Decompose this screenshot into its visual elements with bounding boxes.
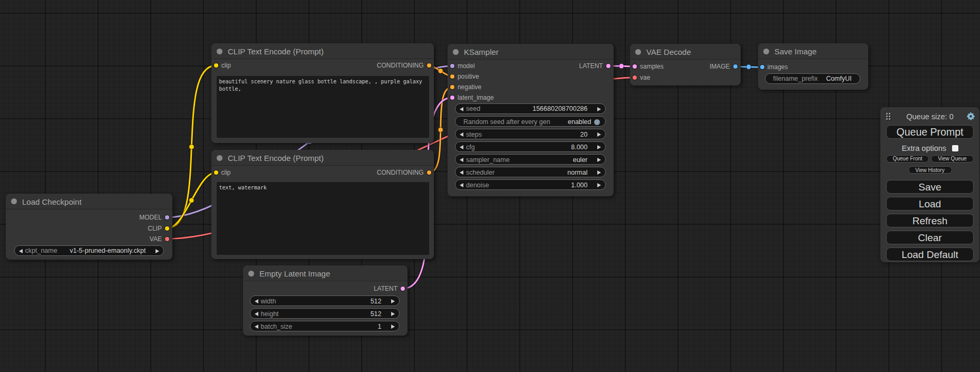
node-collapse-dot-icon[interactable] xyxy=(217,155,222,161)
increment-arrow-icon[interactable] xyxy=(597,132,601,137)
node-collapse-dot-icon[interactable] xyxy=(217,49,222,54)
node-title-bar[interactable]: Load Checkpoint xyxy=(6,194,172,209)
widget-toggle[interactable]: Random seed after every genenabled xyxy=(455,116,606,127)
widget-value[interactable]: normal xyxy=(567,169,587,176)
increment-arrow-icon[interactable] xyxy=(597,158,601,162)
node-collapse-dot-icon[interactable] xyxy=(453,49,459,55)
node-ksampler[interactable]: KSamplermodelpositivenegativelatent_imag… xyxy=(448,44,614,196)
queue-front-button[interactable]: Queue Front xyxy=(886,155,929,163)
input-port-images[interactable] xyxy=(760,65,764,69)
widget-number[interactable]: width512 xyxy=(250,295,400,306)
widget-number[interactable]: batch_size1 xyxy=(250,321,400,331)
widget-value[interactable]: 1.000 xyxy=(571,182,587,189)
decrement-arrow-icon[interactable] xyxy=(255,299,258,303)
node-title-bar[interactable]: Empty Latent Image xyxy=(243,265,407,281)
node-collapse-dot-icon[interactable] xyxy=(248,271,254,276)
increment-arrow-icon[interactable] xyxy=(391,312,395,316)
widget-number[interactable]: steps20 xyxy=(455,129,606,139)
output-port-CLIP[interactable] xyxy=(165,226,169,231)
input-port-vae[interactable] xyxy=(633,75,637,80)
node-title-bar[interactable]: VAE Decode xyxy=(630,44,741,60)
widget-value[interactable]: 512 xyxy=(371,310,382,318)
extra-options-checkbox[interactable] xyxy=(952,145,958,151)
view-queue-button[interactable]: View Queue xyxy=(931,155,974,163)
output-port-LATENT[interactable] xyxy=(606,64,610,68)
load-default-button[interactable]: Load Default xyxy=(886,247,974,261)
widget-value[interactable]: 20 xyxy=(580,131,588,138)
decrement-arrow-icon[interactable] xyxy=(19,249,23,253)
input-label: clip xyxy=(221,61,231,70)
increment-arrow-icon[interactable] xyxy=(597,145,601,149)
output-port-CONDITIONING[interactable] xyxy=(427,63,431,68)
input-port-clip[interactable] xyxy=(214,63,218,68)
widget-text[interactable]: filename_prefixComfyUI xyxy=(765,73,860,84)
output-port-CONDITIONING[interactable] xyxy=(427,170,431,175)
output-port-VAE[interactable] xyxy=(165,237,169,241)
node-clip-text-encode-negative[interactable]: CLIP Text Encode (Prompt)clipCONDITIONIN… xyxy=(211,150,434,259)
widget-value[interactable]: 1 xyxy=(378,323,382,330)
refresh-button[interactable]: Refresh xyxy=(886,214,974,227)
node-title-bar[interactable]: CLIP Text Encode (Prompt) xyxy=(211,150,434,166)
widget-number[interactable]: denoise1.000 xyxy=(455,179,606,190)
widget-value[interactable]: euler xyxy=(573,156,588,164)
input-port-samples[interactable] xyxy=(633,64,637,69)
node-title-bar[interactable]: CLIP Text Encode (Prompt) xyxy=(211,43,434,59)
input-port-positive[interactable] xyxy=(450,74,454,79)
widget-number[interactable]: cfg8.000 xyxy=(455,141,606,152)
decrement-arrow-icon[interactable] xyxy=(255,325,258,329)
input-port-clip[interactable] xyxy=(214,170,218,175)
widget-value[interactable]: 8.000 xyxy=(571,144,587,151)
node-load-checkpoint[interactable]: Load CheckpointMODELCLIPVAEckpt_namev1-5… xyxy=(6,194,172,260)
widget-label: sampler_name xyxy=(466,156,510,164)
output-port-LATENT[interactable] xyxy=(401,287,405,291)
widget-value[interactable]: v1-5-pruned-emaonly.ckpt xyxy=(70,247,145,254)
graph-canvas[interactable]: Load CheckpointMODELCLIPVAEckpt_namev1-5… xyxy=(0,0,980,372)
decrement-arrow-icon[interactable] xyxy=(460,158,463,162)
node-clip-text-encode-positive[interactable]: CLIP Text Encode (Prompt)clipCONDITIONIN… xyxy=(211,43,434,143)
node-title-bar[interactable]: Save Image xyxy=(758,43,868,59)
input-port-model[interactable] xyxy=(450,64,454,68)
node-collapse-dot-icon[interactable] xyxy=(635,49,641,55)
queue-menu-panel[interactable]: Queue size: 0 Queue Prompt Extra options… xyxy=(880,107,979,262)
save-button[interactable]: Save xyxy=(886,180,974,194)
decrement-arrow-icon[interactable] xyxy=(460,132,463,137)
input-port-negative[interactable] xyxy=(450,85,454,89)
input-port-latent_image[interactable] xyxy=(450,96,454,100)
increment-arrow-icon[interactable] xyxy=(391,299,395,303)
widget-number[interactable]: seed156680208700286 xyxy=(455,103,606,114)
widget-combo[interactable]: ckpt_namev1-5-pruned-emaonly.ckpt xyxy=(14,245,164,256)
widget-value[interactable]: ComfyUI xyxy=(826,75,852,82)
widget-combo[interactable]: schedulernormal xyxy=(455,167,606,177)
output-port-MODEL[interactable] xyxy=(165,215,169,220)
widget-number[interactable]: height512 xyxy=(250,308,400,319)
prompt-textarea[interactable]: text, watermark xyxy=(217,182,430,255)
decrement-arrow-icon[interactable] xyxy=(460,170,463,175)
node-title-bar[interactable]: KSampler xyxy=(448,44,614,60)
increment-arrow-icon[interactable] xyxy=(391,325,395,329)
node-collapse-dot-icon[interactable] xyxy=(11,198,17,204)
prompt-textarea[interactable]: beautiful scenery nature glass bottle la… xyxy=(217,76,430,138)
node-empty-latent-image[interactable]: Empty Latent ImageLATENTwidth512height51… xyxy=(243,265,407,336)
decrement-arrow-icon[interactable] xyxy=(460,107,463,111)
view-history-button[interactable]: View History xyxy=(908,166,952,174)
node-save-image[interactable]: Save Imageimagesfilename_prefixComfyUI xyxy=(758,43,868,90)
node-vae-decode[interactable]: VAE DecodesamplesvaeIMAGE xyxy=(630,44,741,85)
increment-arrow-icon[interactable] xyxy=(597,183,601,187)
output-port-IMAGE[interactable] xyxy=(733,64,738,69)
settings-gear-icon[interactable] xyxy=(966,112,975,121)
toggle-on-dot[interactable] xyxy=(594,119,600,125)
increment-arrow-icon[interactable] xyxy=(597,107,601,111)
queue-prompt-button[interactable]: Queue Prompt xyxy=(886,125,974,139)
increment-arrow-icon[interactable] xyxy=(597,170,601,175)
decrement-arrow-icon[interactable] xyxy=(255,312,258,316)
widget-combo[interactable]: sampler_nameeuler xyxy=(455,154,606,165)
widget-value[interactable]: 512 xyxy=(371,298,382,305)
clear-button[interactable]: Clear xyxy=(886,231,974,244)
increment-arrow-icon[interactable] xyxy=(156,249,159,253)
decrement-arrow-icon[interactable] xyxy=(460,183,463,187)
decrement-arrow-icon[interactable] xyxy=(460,145,463,149)
widget-value[interactable]: 156680208700286 xyxy=(532,105,587,112)
output-label: CONDITIONING xyxy=(377,61,424,70)
node-collapse-dot-icon[interactable] xyxy=(763,49,769,54)
load-button[interactable]: Load xyxy=(886,197,974,211)
